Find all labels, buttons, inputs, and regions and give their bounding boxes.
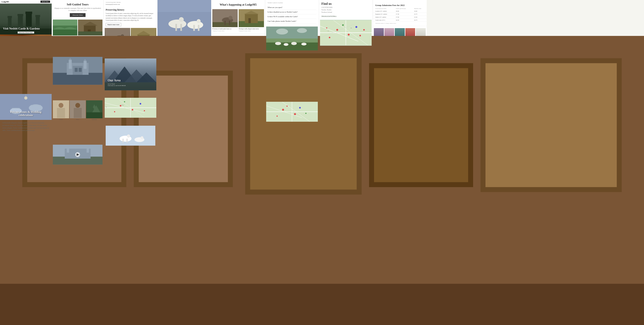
svg-rect-42 [78,68,82,72]
adm-row4-family: £6.50 [394,19,412,22]
svg-point-131 [275,42,281,45]
event2-main-title: Tristique nulla aliquet enim tortor [239,27,264,30]
adm-row1-members: £4.00 [412,10,427,13]
svg-rect-45 [57,108,65,118]
svg-rect-135 [266,27,318,39]
svg-point-157 [355,26,357,28]
event2-section: Tristique nulla aliquet enim tortor Vulp… [239,9,264,32]
svg-point-155 [336,29,338,31]
svg-rect-57 [67,147,69,153]
svg-point-133 [291,42,297,45]
find-us-r-link[interactable]: Take me to Google Maps > [322,15,336,17]
faq-q2[interactable]: Is there disabled access to Nesbitt Cast… [268,10,316,14]
svg-point-23 [24,97,28,100]
svg-point-87 [114,111,115,112]
person1-item: Carers [53,100,69,121]
svg-rect-3 [18,16,23,27]
svg-point-162 [326,27,328,29]
adm-row2-family: £7.50 [394,13,412,16]
read-more-button[interactable]: Read to learn more [106,23,121,26]
svg-point-86 [140,103,141,105]
svg-text:A1: A1 [106,107,107,108]
svg-point-147 [305,113,306,114]
faq-label: Nesbitt Castle & Gardens [268,2,316,4]
svg-point-143 [282,109,284,111]
tours-discover-button[interactable]: Discover More [70,13,86,17]
svg-rect-8 [35,15,40,17]
tours-title: Self-Guided Tours [54,3,102,6]
castle-small-image [53,145,102,165]
table-row: Castle only (15+) £6.50 £4.75 [373,19,427,22]
faq-q1[interactable]: When are you open? [268,5,316,10]
svg-text:A1: A1 [328,31,329,32]
svg-rect-102 [176,24,177,31]
table-row: London (15+ adults) £8.00 £4.00 [373,10,427,13]
svg-point-148 [286,106,288,107]
svg-rect-114 [229,21,230,25]
svg-rect-1 [8,18,12,28]
svg-rect-27 [53,20,77,26]
events-body: Sollicitudin aliquam aliquet sagittis or… [2,122,49,132]
hero-title: Visit Nesbitt Castle & Gardens [3,27,49,31]
hero-section: Visit Nesbitt Castle & Gardens Book from… [0,4,52,35]
faq-section: Nesbitt Castle & Gardens When are you op… [265,0,319,26]
svg-rect-108 [158,0,211,12]
svg-point-144 [294,113,296,115]
faq-q3[interactable]: Is there Wi-Fi available within the Cast… [268,14,316,19]
events-text-section: Sollicitudin aliquam aliquet sagittis or… [0,120,52,134]
svg-point-88 [144,110,145,111]
find-us-map [266,102,318,122]
svg-text:Town: Town [122,105,124,106]
mountain-image: Our Area Get in Touch Click here or call… [105,59,156,90]
book-now-button[interactable]: Book Now [40,1,50,3]
svg-point-100 [168,20,186,28]
svg-rect-50 [86,112,102,118]
svg-point-137 [297,28,307,33]
forest-image [86,100,102,118]
adm-row1-label: London (15+ adults) [373,10,394,13]
event1-main-image [212,9,238,27]
svg-point-146 [276,115,278,117]
svg-rect-106 [193,25,195,31]
travel-map: A1 Town [105,98,156,118]
cabin-image [78,20,102,36]
svg-rect-21 [12,108,20,109]
person1-label: Carers [53,118,69,121]
landscape-image [53,20,77,36]
events-grid: El mesas et malesuada fames ac Vulputat … [211,8,265,33]
svg-rect-4 [18,14,23,16]
find-us-r-title: Find us [322,2,370,6]
svg-point-132 [284,43,288,46]
whats-happening-title: What's happening at LodgeM5 [214,3,262,7]
events-section: Private events & Wedding celebrations So… [0,94,52,134]
faq-q4[interactable]: Can I take photos inside Nesbitt Castle? [268,19,316,24]
svg-point-145 [299,107,301,109]
gallery-section: Nesbitt Castle & Gardens Sollicitudin al… [0,35,52,80]
gallery-image [0,35,52,61]
svg-point-159 [360,35,361,37]
svg-point-85 [132,109,133,111]
adm-row3-family: £7.00 [394,16,412,19]
svg-rect-36 [69,60,72,69]
svg-rect-48 [74,108,82,118]
admission-title: Group Admission Fees for 2022 [373,2,427,8]
svg-rect-5 [26,14,32,27]
our-area-cta: Click here or call 01244 999100 [108,85,153,86]
adm-col2-header: Family and Personal [394,8,412,10]
event2-main-date: Vulputat Lorem 2022 [239,30,264,32]
find-us-right-section: Find us COUNTRYSIDENesbitt, NesbittNorth… [319,0,373,19]
svg-rect-22 [31,105,41,106]
person3-label: Guernsey [86,118,102,121]
adm-row2-label: England (15+ adults) [373,13,394,16]
about-us-bottom-image [106,126,155,146]
adm-row3-label: Adults (15+ adults) [373,16,394,19]
svg-rect-58 [86,147,89,153]
svg-point-101 [179,17,184,22]
svg-point-84 [120,105,122,107]
svg-point-105 [196,19,200,23]
about-us-header-image [158,0,211,36]
svg-rect-117 [245,14,258,23]
castle-gardens-image [266,27,318,51]
svg-rect-103 [180,24,182,31]
our-area-section: Our Area Get in Touch Click here or call… [105,59,156,90]
